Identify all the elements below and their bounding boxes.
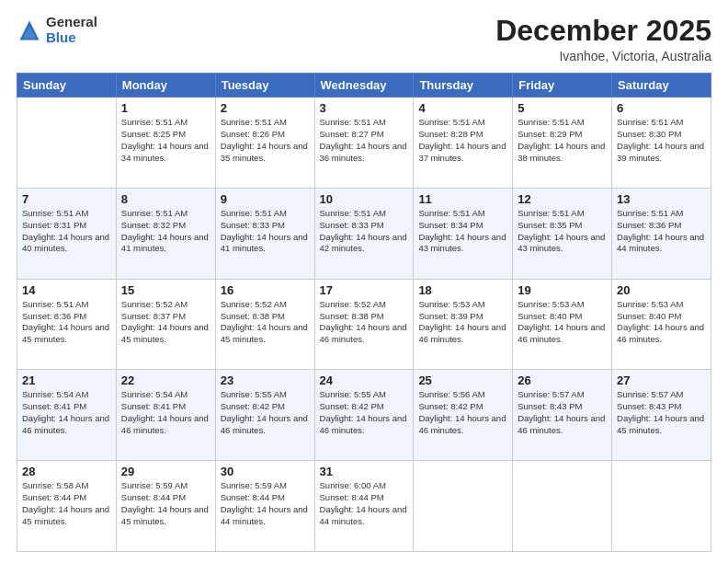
day-number: 29: [121, 465, 210, 478]
day-number: 14: [22, 283, 111, 297]
table-row: 26Sunrise: 5:57 AM Sunset: 8:43 PM Dayli…: [513, 370, 612, 461]
day-number: 10: [320, 192, 409, 206]
table-row: 5Sunrise: 5:51 AM Sunset: 8:29 PM Daylig…: [513, 98, 612, 189]
col-wednesday: Wednesday: [314, 74, 414, 98]
day-info: Sunrise: 5:51 AM Sunset: 8:30 PM Dayligh…: [617, 117, 706, 164]
table-row: 3Sunrise: 5:51 AM Sunset: 8:27 PM Daylig…: [314, 98, 414, 189]
day-number: 20: [617, 283, 706, 297]
day-number: 23: [221, 373, 310, 387]
table-row: [612, 461, 711, 552]
day-number: 19: [518, 283, 607, 297]
table-row: 9Sunrise: 5:51 AM Sunset: 8:33 PM Daylig…: [215, 188, 314, 279]
day-number: 3: [320, 101, 409, 115]
table-row: 2Sunrise: 5:51 AM Sunset: 8:26 PM Daylig…: [215, 98, 314, 189]
table-row: 7Sunrise: 5:51 AM Sunset: 8:31 PM Daylig…: [17, 188, 117, 279]
day-info: Sunrise: 5:51 AM Sunset: 8:31 PM Dayligh…: [22, 208, 111, 255]
day-info: Sunrise: 5:51 AM Sunset: 8:33 PM Dayligh…: [320, 208, 409, 255]
table-row: 17Sunrise: 5:52 AM Sunset: 8:38 PM Dayli…: [314, 279, 414, 370]
day-info: Sunrise: 5:51 AM Sunset: 8:25 PM Dayligh…: [121, 117, 210, 164]
table-row: [17, 98, 117, 189]
table-row: 11Sunrise: 5:51 AM Sunset: 8:34 PM Dayli…: [414, 188, 513, 279]
day-number: 8: [121, 192, 210, 206]
table-row: 14Sunrise: 5:51 AM Sunset: 8:36 PM Dayli…: [17, 279, 117, 370]
title-block: December 2025 Ivanhoe, Victoria, Austral…: [495, 15, 711, 63]
table-row: 28Sunrise: 5:58 AM Sunset: 8:44 PM Dayli…: [17, 461, 117, 552]
col-thursday: Thursday: [414, 74, 513, 98]
day-info: Sunrise: 5:54 AM Sunset: 8:41 PM Dayligh…: [121, 389, 210, 436]
table-row: 21Sunrise: 5:54 AM Sunset: 8:41 PM Dayli…: [17, 370, 117, 461]
day-number: 9: [221, 192, 310, 206]
day-info: Sunrise: 5:51 AM Sunset: 8:33 PM Dayligh…: [221, 208, 310, 255]
day-info: Sunrise: 5:57 AM Sunset: 8:43 PM Dayligh…: [518, 389, 607, 436]
day-info: Sunrise: 5:53 AM Sunset: 8:39 PM Dayligh…: [418, 299, 507, 346]
table-row: 6Sunrise: 5:51 AM Sunset: 8:30 PM Daylig…: [612, 98, 711, 189]
table-row: 29Sunrise: 5:59 AM Sunset: 8:44 PM Dayli…: [116, 461, 215, 552]
calendar-table: Sunday Monday Tuesday Wednesday Thursday…: [17, 73, 711, 552]
day-number: 26: [518, 373, 607, 387]
table-row: 13Sunrise: 5:51 AM Sunset: 8:36 PM Dayli…: [612, 188, 711, 279]
table-row: 15Sunrise: 5:52 AM Sunset: 8:37 PM Dayli…: [116, 279, 215, 370]
table-row: 10Sunrise: 5:51 AM Sunset: 8:33 PM Dayli…: [314, 188, 414, 279]
day-number: 12: [518, 192, 607, 206]
day-info: Sunrise: 5:51 AM Sunset: 8:28 PM Dayligh…: [418, 117, 507, 164]
col-monday: Monday: [116, 74, 215, 98]
calendar-week-row: 1Sunrise: 5:51 AM Sunset: 8:25 PM Daylig…: [17, 98, 711, 189]
table-row: 30Sunrise: 5:59 AM Sunset: 8:44 PM Dayli…: [215, 461, 314, 552]
col-tuesday: Tuesday: [215, 74, 314, 98]
day-info: Sunrise: 5:52 AM Sunset: 8:38 PM Dayligh…: [320, 299, 409, 346]
day-info: Sunrise: 5:51 AM Sunset: 8:26 PM Dayligh…: [221, 117, 310, 164]
day-number: 31: [320, 465, 409, 478]
day-info: Sunrise: 5:51 AM Sunset: 8:29 PM Dayligh…: [518, 117, 607, 164]
day-info: Sunrise: 6:00 AM Sunset: 8:44 PM Dayligh…: [320, 480, 409, 527]
day-number: 18: [418, 283, 507, 297]
day-info: Sunrise: 5:58 AM Sunset: 8:44 PM Dayligh…: [22, 480, 111, 527]
logo: General Blue: [17, 15, 97, 45]
day-info: Sunrise: 5:51 AM Sunset: 8:36 PM Dayligh…: [22, 299, 111, 346]
day-info: Sunrise: 5:52 AM Sunset: 8:38 PM Dayligh…: [221, 299, 310, 346]
page: General Blue December 2025 Ivanhoe, Vict…: [0, 0, 728, 563]
day-number: 16: [221, 283, 310, 297]
day-number: 27: [617, 373, 706, 387]
day-info: Sunrise: 5:51 AM Sunset: 8:32 PM Dayligh…: [121, 208, 210, 255]
day-number: 15: [121, 283, 210, 297]
day-info: Sunrise: 5:59 AM Sunset: 8:44 PM Dayligh…: [221, 480, 310, 527]
calendar-header-row: Sunday Monday Tuesday Wednesday Thursday…: [17, 74, 711, 98]
day-number: 28: [22, 465, 111, 478]
day-number: 1: [121, 101, 210, 115]
day-info: Sunrise: 5:55 AM Sunset: 8:42 PM Dayligh…: [221, 389, 310, 436]
col-friday: Friday: [513, 74, 612, 98]
col-sunday: Sunday: [17, 74, 117, 98]
table-row: 20Sunrise: 5:53 AM Sunset: 8:40 PM Dayli…: [612, 279, 711, 370]
calendar-week-row: 21Sunrise: 5:54 AM Sunset: 8:41 PM Dayli…: [17, 370, 711, 461]
logo-blue-text: Blue: [46, 30, 97, 46]
calendar-week-row: 7Sunrise: 5:51 AM Sunset: 8:31 PM Daylig…: [17, 188, 711, 279]
table-row: 18Sunrise: 5:53 AM Sunset: 8:39 PM Dayli…: [414, 279, 513, 370]
location-subtitle: Ivanhoe, Victoria, Australia: [495, 49, 711, 63]
table-row: 1Sunrise: 5:51 AM Sunset: 8:25 PM Daylig…: [116, 98, 215, 189]
calendar-week-row: 28Sunrise: 5:58 AM Sunset: 8:44 PM Dayli…: [17, 461, 711, 552]
day-info: Sunrise: 5:55 AM Sunset: 8:42 PM Dayligh…: [320, 389, 409, 436]
table-row: 19Sunrise: 5:53 AM Sunset: 8:40 PM Dayli…: [513, 279, 612, 370]
day-number: 5: [518, 101, 607, 115]
table-row: 8Sunrise: 5:51 AM Sunset: 8:32 PM Daylig…: [116, 188, 215, 279]
day-info: Sunrise: 5:51 AM Sunset: 8:35 PM Dayligh…: [518, 208, 607, 255]
table-row: 24Sunrise: 5:55 AM Sunset: 8:42 PM Dayli…: [314, 370, 414, 461]
calendar-week-row: 14Sunrise: 5:51 AM Sunset: 8:36 PM Dayli…: [17, 279, 711, 370]
table-row: [513, 461, 612, 552]
day-info: Sunrise: 5:51 AM Sunset: 8:36 PM Dayligh…: [617, 208, 706, 255]
day-info: Sunrise: 5:53 AM Sunset: 8:40 PM Dayligh…: [518, 299, 607, 346]
day-info: Sunrise: 5:57 AM Sunset: 8:43 PM Dayligh…: [617, 389, 706, 436]
month-title: December 2025: [495, 15, 711, 47]
day-number: 30: [221, 465, 310, 478]
col-saturday: Saturday: [612, 74, 711, 98]
day-info: Sunrise: 5:51 AM Sunset: 8:27 PM Dayligh…: [320, 117, 409, 164]
day-info: Sunrise: 5:52 AM Sunset: 8:37 PM Dayligh…: [121, 299, 210, 346]
day-number: 24: [320, 373, 409, 387]
table-row: 16Sunrise: 5:52 AM Sunset: 8:38 PM Dayli…: [215, 279, 314, 370]
table-row: 27Sunrise: 5:57 AM Sunset: 8:43 PM Dayli…: [612, 370, 711, 461]
table-row: 12Sunrise: 5:51 AM Sunset: 8:35 PM Dayli…: [513, 188, 612, 279]
day-info: Sunrise: 5:54 AM Sunset: 8:41 PM Dayligh…: [22, 389, 111, 436]
table-row: [414, 461, 513, 552]
table-row: 31Sunrise: 6:00 AM Sunset: 8:44 PM Dayli…: [314, 461, 414, 552]
header: General Blue December 2025 Ivanhoe, Vict…: [17, 15, 711, 63]
